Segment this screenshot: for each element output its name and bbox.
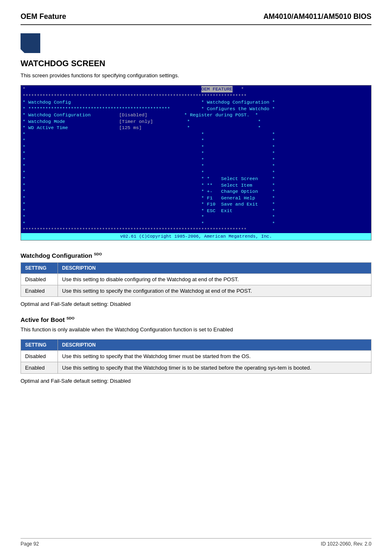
footer-divider bbox=[21, 538, 371, 539]
active-for-boot-table: SETTING DESCRIPTION DisabledUse this set… bbox=[21, 339, 371, 374]
page-container: OEM Feature AM4010/AM4011/AM5010 BIOS WA… bbox=[0, 0, 392, 555]
bios-footer: v02.61 (C)Copyright 1985-2006, American … bbox=[21, 233, 371, 240]
setting-cell: Disabled bbox=[21, 350, 58, 362]
table-row: EnabledUse this setting to specify that … bbox=[21, 362, 371, 373]
bios-screen: * OEM FEATURE * ************************… bbox=[21, 85, 371, 240]
footer-content: Page 92 ID 1022-2060, Rev. 2.0 bbox=[21, 541, 371, 547]
active-for-boot-default: Optimal and Fail-Safe default setting: D… bbox=[21, 378, 371, 384]
watchdog-config-title: Watchdog Configuration SDO bbox=[21, 252, 371, 259]
active-for-boot-title: Active for Boot SDO bbox=[21, 316, 371, 323]
table-header-setting2: SETTING bbox=[21, 339, 58, 350]
description-cell: Use this setting to specify that the Wat… bbox=[58, 362, 371, 373]
description-cell: Use this setting to specify that the Wat… bbox=[58, 350, 371, 362]
active-for-boot-intro: This function is only available when the… bbox=[21, 326, 371, 333]
table-row: DisabledUse this setting to specify that… bbox=[21, 350, 371, 362]
header-left: OEM Feature bbox=[21, 12, 66, 21]
table-row: EnabledUse this setting to specify the c… bbox=[21, 285, 371, 296]
section-icon bbox=[21, 33, 40, 53]
watchdog-config-default: Optimal and Fail-Safe default setting: D… bbox=[21, 301, 371, 307]
table-row: DisabledUse this setting to disable conf… bbox=[21, 273, 371, 285]
table-header-description2: DESCRIPTION bbox=[58, 339, 371, 350]
setting-cell: Enabled bbox=[21, 362, 58, 373]
table-header-setting: SETTING bbox=[21, 262, 58, 273]
description-cell: Use this setting to specify the configur… bbox=[58, 285, 371, 296]
page-footer: Page 92 ID 1022-2060, Rev. 2.0 bbox=[0, 538, 392, 547]
footer-page: Page 92 bbox=[21, 541, 39, 547]
setting-cell: Disabled bbox=[21, 273, 58, 285]
setting-cell: Enabled bbox=[21, 285, 58, 296]
description-cell: Use this setting to disable configuring … bbox=[58, 273, 371, 285]
section-title: WATCHDOG SCREEN bbox=[21, 59, 371, 68]
header-right: AM4010/AM4011/AM5010 BIOS bbox=[263, 12, 371, 21]
page-header: OEM Feature AM4010/AM4011/AM5010 BIOS bbox=[21, 12, 371, 25]
footer-id: ID 1022-2060, Rev. 2.0 bbox=[321, 541, 371, 547]
table-header-description: DESCRIPTION bbox=[58, 262, 371, 273]
watchdog-config-table: SETTING DESCRIPTION DisabledUse this set… bbox=[21, 262, 371, 297]
intro-text: This screen provides functions for speci… bbox=[21, 72, 371, 79]
